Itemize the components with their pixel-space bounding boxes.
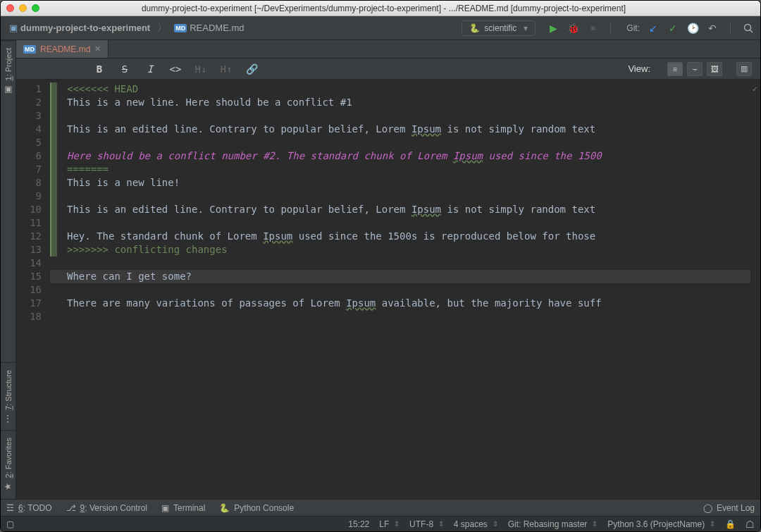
editor-pane: MD README.md ✕ B S I <> H↓ H↑ 🔗 View: ≡ bbox=[16, 40, 760, 499]
view-editor-only-button[interactable]: ≡ bbox=[667, 62, 683, 76]
ide-window: dummy-project-to-experiment [~/DevExperi… bbox=[0, 0, 761, 532]
inspection-ok-icon: ✓ bbox=[753, 82, 757, 96]
tool-todo[interactable]: ☲ 6: TODO bbox=[6, 503, 52, 513]
structure-icon: ⋮ bbox=[4, 414, 13, 423]
tool-pyconsole-label: Python Console bbox=[234, 503, 294, 513]
indent-info[interactable]: 4 spaces ⇕ bbox=[454, 519, 498, 529]
tool-python-console[interactable]: 🐍 Python Console bbox=[219, 503, 294, 513]
python-interpreter[interactable]: Python 3.6 (ProjectName) ⇕ bbox=[607, 519, 715, 529]
code-editor[interactable]: 123456789101112131415161718 <<<<<<< HEAD… bbox=[16, 80, 760, 499]
python-icon: 🐍 bbox=[469, 23, 480, 33]
header-up-button[interactable]: H↑ bbox=[219, 63, 233, 75]
view-layout-button[interactable]: ▥ bbox=[736, 62, 752, 76]
window-title: dummy-project-to-experiment [~/DevExperi… bbox=[13, 4, 755, 13]
tool-tab-structure[interactable]: ⋮ 7: Structure bbox=[1, 362, 16, 430]
code-line[interactable]: ======= bbox=[50, 163, 760, 176]
run-button[interactable]: ▶ bbox=[547, 22, 559, 35]
code-line[interactable]: Here should be a conflict number #2. The… bbox=[50, 149, 760, 163]
lock-icon[interactable]: 🔒 bbox=[725, 519, 736, 529]
breadcrumb-file[interactable]: MD README.md bbox=[171, 21, 247, 35]
main-area: ▣ 1: Project ⋮ 7: Structure ★ 2: Favorit… bbox=[1, 40, 760, 499]
tool-tab-structure-label: 7: Structure bbox=[4, 370, 13, 410]
hector-icon[interactable]: ☖ bbox=[745, 519, 755, 530]
code-line[interactable]: This is an edited line. Contrary to popu… bbox=[50, 203, 760, 216]
tab-filename: README.md bbox=[40, 44, 90, 54]
code-line[interactable] bbox=[50, 283, 760, 297]
git-label: Git: bbox=[626, 23, 640, 33]
code-area[interactable]: <<<<<<< HEADThis is a new line. Here sho… bbox=[50, 80, 760, 499]
status-quicklist-icon[interactable]: ▢ bbox=[6, 519, 14, 529]
breadcrumb-project[interactable]: ▣ dummy-project-to-experiment bbox=[6, 21, 153, 35]
change-marker bbox=[50, 216, 57, 230]
code-line[interactable]: Where can I get some? bbox=[50, 270, 760, 283]
breadcrumb-project-label: dummy-project-to-experiment bbox=[20, 23, 150, 33]
bold-button[interactable]: B bbox=[92, 63, 106, 75]
event-log[interactable]: ◯ Event Log bbox=[703, 503, 755, 513]
svg-line-1 bbox=[750, 30, 753, 32]
line-number: 9 bbox=[16, 190, 42, 203]
git-commit-icon[interactable]: ✓ bbox=[667, 22, 679, 35]
tool-vcs-label: 9: Version Control bbox=[80, 503, 147, 513]
run-actions: ▶ 🐞 ■ Git: ↙ ✓ 🕑 ↶ bbox=[547, 22, 755, 35]
code-line[interactable] bbox=[50, 136, 760, 149]
italic-button[interactable]: I bbox=[143, 63, 157, 75]
code-line[interactable] bbox=[50, 310, 760, 323]
code-line[interactable]: >>>>>>> conflicting changes bbox=[50, 243, 760, 256]
breadcrumb-file-label: README.md bbox=[190, 23, 244, 33]
change-marker bbox=[50, 96, 57, 109]
code-text: >>>>>>> conflicting changes bbox=[67, 244, 228, 255]
todo-icon: ☲ bbox=[6, 503, 14, 513]
code-line[interactable] bbox=[50, 256, 760, 270]
terminal-icon: ▣ bbox=[161, 503, 169, 513]
git-update-icon[interactable]: ↙ bbox=[647, 22, 660, 35]
tool-tab-favorites[interactable]: ★ 2: Favorites bbox=[1, 430, 16, 499]
header-down-button[interactable]: H↓ bbox=[194, 63, 208, 75]
star-icon: ★ bbox=[4, 482, 13, 492]
markdown-file-icon: MD bbox=[23, 45, 36, 54]
svg-point-0 bbox=[745, 24, 751, 30]
line-number: 3 bbox=[16, 109, 42, 123]
view-preview-button[interactable]: 🖼 bbox=[707, 62, 722, 76]
view-split-button[interactable]: ⫟ bbox=[687, 62, 703, 76]
code-line[interactable] bbox=[50, 190, 760, 203]
change-marker bbox=[50, 190, 57, 203]
git-history-icon[interactable]: 🕑 bbox=[686, 22, 699, 35]
line-separator[interactable]: LF ⇕ bbox=[379, 519, 400, 529]
strikethrough-button[interactable]: S bbox=[118, 63, 132, 75]
line-number: 7 bbox=[16, 163, 42, 176]
code-line[interactable] bbox=[50, 109, 760, 123]
code-text: There are many variations of passages of… bbox=[67, 297, 602, 309]
line-number: 18 bbox=[16, 310, 42, 323]
left-tool-stripe: ▣ 1: Project ⋮ 7: Structure ★ 2: Favorit… bbox=[1, 40, 16, 499]
tool-version-control[interactable]: ⎇ 9: Version Control bbox=[66, 503, 147, 513]
code-line[interactable]: There are many variations of passages of… bbox=[50, 297, 760, 310]
code-text: Hey. The standard chunk of Lorem Ipsum u… bbox=[67, 230, 595, 242]
code-line[interactable]: This is a new line! bbox=[50, 176, 760, 190]
editor-tab-readme[interactable]: MD README.md ✕ bbox=[16, 40, 109, 58]
stop-button[interactable]: ■ bbox=[586, 22, 599, 35]
debug-button[interactable]: 🐞 bbox=[567, 22, 579, 35]
code-line[interactable] bbox=[50, 216, 760, 230]
tool-todo-label: 6: TODO bbox=[18, 503, 52, 513]
line-number: 13 bbox=[16, 243, 42, 256]
code-line[interactable]: Hey. The standard chunk of Lorem Ipsum u… bbox=[50, 230, 760, 243]
tab-close-icon[interactable]: ✕ bbox=[94, 44, 101, 54]
git-rollback-icon[interactable]: ↶ bbox=[706, 22, 719, 35]
code-line[interactable]: This is an edited line. Contrary to popu… bbox=[50, 123, 760, 136]
code-text: ======= bbox=[67, 163, 109, 175]
tool-tab-project[interactable]: ▣ 1: Project bbox=[1, 40, 16, 101]
caret-position[interactable]: 15:22 bbox=[348, 519, 369, 529]
editor-scrollbar[interactable]: ✓ bbox=[750, 80, 760, 499]
line-number: 14 bbox=[16, 256, 42, 270]
git-branch-info[interactable]: Git: Rebasing master ⇕ bbox=[508, 519, 598, 529]
search-everywhere-icon[interactable] bbox=[742, 22, 755, 35]
tool-terminal[interactable]: ▣ Terminal bbox=[161, 503, 205, 513]
link-button[interactable]: 🔗 bbox=[245, 63, 259, 75]
code-line[interactable]: <<<<<<< HEAD bbox=[50, 82, 760, 96]
breadcrumb: ▣ dummy-project-to-experiment 〉 MD READM… bbox=[6, 21, 247, 35]
code-button[interactable]: <> bbox=[168, 63, 182, 75]
run-configuration-dropdown[interactable]: 🐍 scientific bbox=[462, 20, 536, 36]
file-encoding[interactable]: UTF-8 ⇕ bbox=[409, 519, 444, 529]
code-line[interactable]: This is a new line. Here should be a con… bbox=[50, 96, 760, 109]
tool-terminal-label: Terminal bbox=[173, 503, 205, 513]
